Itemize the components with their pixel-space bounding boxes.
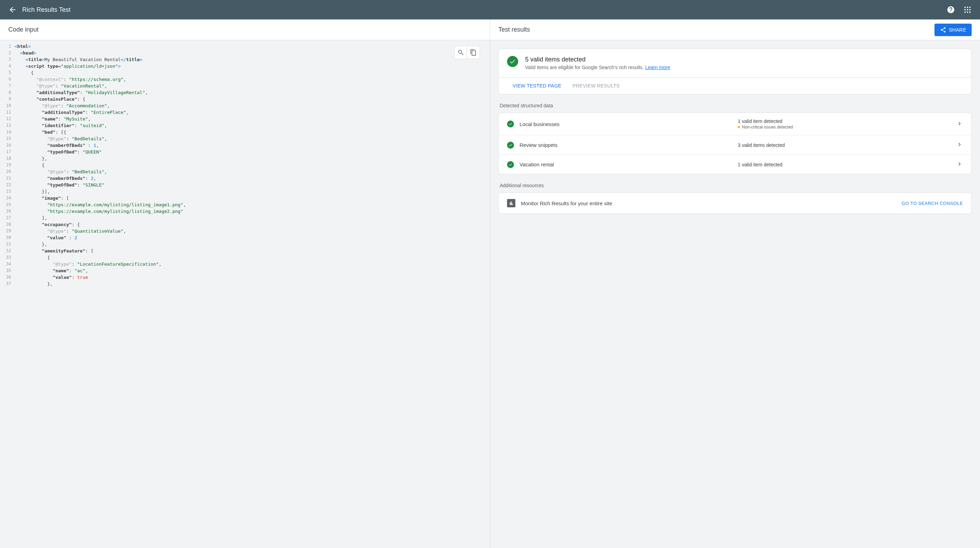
additional-section-label: Additional resources: [498, 180, 972, 192]
line-number: 34: [0, 261, 14, 267]
code-panel-title: Code input: [8, 26, 38, 33]
chevron-right-icon: [956, 160, 963, 168]
line-number: 6: [0, 76, 14, 83]
line-content: },: [14, 241, 47, 248]
line-content: "@type": "VacationRental",: [14, 83, 107, 89]
svg-point-0: [964, 6, 966, 8]
apps-button[interactable]: [961, 3, 974, 17]
code-line: 14 "bed": [{: [0, 129, 490, 135]
detected-name: Vacation rental: [520, 162, 738, 167]
warning-dot-icon: [738, 126, 740, 128]
results-panel-title: Test results: [498, 26, 530, 33]
code-line: 37 },: [0, 281, 490, 287]
line-content: },: [14, 281, 53, 287]
code-line: 3 <title>My Beautiful Vacation Rental</t…: [0, 56, 490, 63]
detected-row[interactable]: Local businesses1 valid item detectedNon…: [499, 113, 971, 135]
line-number: 13: [0, 122, 14, 129]
detected-row[interactable]: Review snippets3 valid items detected: [499, 135, 971, 154]
check-icon: [507, 161, 514, 168]
code-line: 36 "value": true: [0, 274, 490, 281]
code-line: 34 "@type": "LocationFeatureSpecificatio…: [0, 261, 490, 267]
code-line: 4 <script type="application/ld+json">: [0, 63, 490, 70]
line-content: "occupancy": {: [14, 221, 80, 228]
line-number: 24: [0, 195, 14, 202]
line-content: "numberOfBeds": 2,: [14, 175, 96, 182]
line-number: 7: [0, 83, 14, 89]
success-badge: [507, 56, 518, 67]
detected-row[interactable]: Vacation rental1 valid item detected: [499, 154, 971, 174]
line-number: 23: [0, 188, 14, 195]
check-icon: [509, 58, 516, 65]
code-editor[interactable]: 1<html>2 <head>3 <title>My Beautiful Vac…: [0, 40, 490, 548]
results-content[interactable]: 5 valid items detected Valid items are e…: [490, 40, 980, 548]
line-content: "image": [: [14, 195, 69, 202]
line-content: ],: [14, 214, 47, 221]
help-button[interactable]: [944, 3, 958, 17]
line-content: "@type": "LocationFeatureSpecification",: [14, 261, 162, 267]
detected-status: 3 valid items detected: [738, 142, 956, 148]
line-number: 35: [0, 267, 14, 274]
line-content: },: [14, 155, 47, 162]
line-content: "additionalType": "EntirePlace",: [14, 109, 129, 116]
line-content: "https://example.com/mylisting/listing_i…: [14, 202, 186, 208]
code-line: 32 "amenityFeature": [: [0, 248, 490, 254]
line-content: "value": true: [14, 274, 88, 281]
code-line: 24 "image": [: [0, 195, 490, 202]
line-content: "@type": "QuantitativeValue",: [14, 228, 126, 234]
detected-status: 1 valid item detectedNon-critical issues…: [738, 118, 956, 130]
apps-grid-icon: [963, 6, 972, 14]
line-number: 22: [0, 182, 14, 188]
line-number: 10: [0, 102, 14, 109]
code-line: 9 "containsPlace": {: [0, 96, 490, 102]
code-line: 35 "name": "ac",: [0, 267, 490, 274]
search-code-button[interactable]: [455, 46, 467, 59]
code-line: 19 {: [0, 162, 490, 168]
code-line: 21 "numberOfBeds": 2,: [0, 175, 490, 182]
line-number: 1: [0, 43, 14, 50]
detected-name: Local businesses: [520, 121, 738, 127]
code-line: 10 "@type": "Accommodation",: [0, 102, 490, 109]
detected-status: 1 valid item detected: [738, 162, 956, 167]
code-panel: Code input 1<html>2 <head>3 <title>My Be…: [0, 19, 490, 548]
svg-point-1: [967, 6, 968, 8]
line-content: "name": "ac",: [14, 267, 88, 274]
code-line: 15 "@type": "BedDetails",: [0, 135, 490, 142]
line-number: 29: [0, 228, 14, 234]
line-number: 18: [0, 155, 14, 162]
summary-subtitle: Valid items are eligible for Google Sear…: [525, 65, 670, 70]
line-content: <head>: [14, 50, 37, 56]
code-line: 29 "@type": "QuantitativeValue",: [0, 228, 490, 234]
line-content: "typeOfBed": "SINGLE": [14, 182, 104, 188]
learn-more-link[interactable]: Learn more: [645, 65, 670, 70]
help-icon: [947, 6, 955, 14]
arrow-back-icon: [8, 6, 17, 14]
line-number: 17: [0, 149, 14, 155]
line-number: 19: [0, 162, 14, 168]
search-icon: [457, 49, 464, 56]
back-button[interactable]: [6, 3, 19, 17]
line-number: 21: [0, 175, 14, 182]
line-content: "@type": "BedDetails",: [14, 135, 107, 142]
line-number: 31: [0, 241, 14, 248]
line-content: "https://example.com/mylisting/listing_i…: [14, 208, 183, 214]
detected-list: Local businesses1 valid item detectedNon…: [498, 113, 972, 174]
line-content: "name": "MySuite",: [14, 116, 91, 122]
resource-card: Monitor Rich Results for your entire sit…: [498, 192, 972, 214]
svg-point-4: [967, 9, 968, 10]
line-content: "numberOfBeds" : 1,: [14, 142, 99, 149]
check-icon: [507, 142, 514, 149]
share-button[interactable]: SHARE: [934, 24, 972, 36]
svg-point-2: [969, 6, 970, 8]
copy-code-button[interactable]: [467, 46, 480, 59]
line-number: 33: [0, 254, 14, 261]
line-number: 25: [0, 202, 14, 208]
chevron-right-icon: [956, 141, 963, 149]
go-to-search-console-link[interactable]: GO TO SEARCH CONSOLE: [902, 201, 963, 206]
line-number: 20: [0, 168, 14, 175]
tab-view-tested-page[interactable]: VIEW TESTED PAGE: [507, 78, 567, 94]
summary-title: 5 valid items detected: [525, 56, 670, 63]
line-number: 11: [0, 109, 14, 116]
share-icon: [940, 27, 946, 33]
line-content: }],: [14, 188, 50, 195]
line-number: 3: [0, 56, 14, 63]
